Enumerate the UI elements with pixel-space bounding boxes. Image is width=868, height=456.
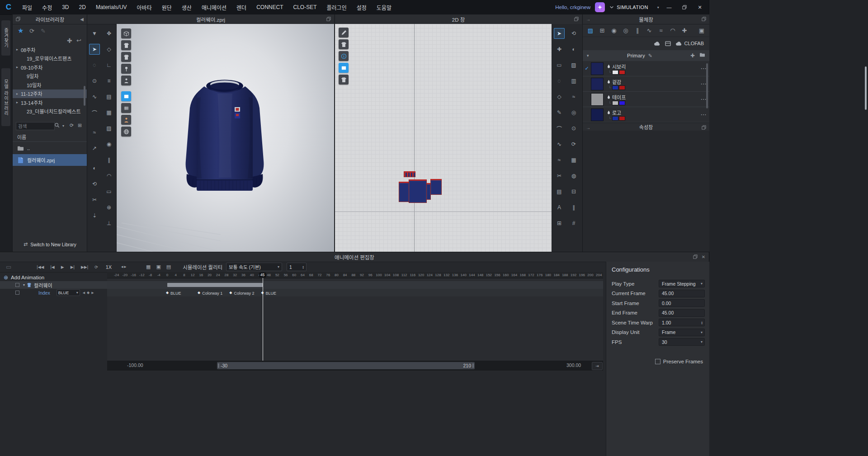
steam-tool-icon[interactable]: ≈ (89, 127, 100, 138)
fabric-list-scrollbar[interactable] (706, 63, 708, 108)
add-library-icon[interactable]: ✚ (67, 37, 72, 44)
flatten-tool-icon[interactable]: ▭ (104, 186, 114, 197)
timeline-scrollbar-thumb[interactable]: -30 210 (217, 362, 475, 369)
go-to-start-button[interactable]: |◀◀ (33, 265, 47, 269)
select-pattern-tool-icon[interactable]: ➤ (554, 28, 565, 39)
shading-tool-icon[interactable]: ◍ (568, 170, 579, 181)
world-view-icon[interactable] (121, 127, 131, 136)
texture-2d-tool-icon[interactable]: ▨ (568, 60, 579, 71)
record-animation-icon[interactable]: ▦ (146, 264, 151, 270)
garment-3d[interactable] (175, 71, 275, 207)
fabric-item[interactable]: 테이프└⋯ (583, 92, 709, 107)
step-back-button[interactable]: |◀ (47, 265, 57, 269)
menu-item-CLO-SET[interactable]: CLO-SET (288, 4, 322, 10)
tab-puckering[interactable]: ≈ (656, 25, 666, 35)
playback-speed-label[interactable]: 1X (106, 264, 112, 270)
go-to-end-button[interactable]: ▶▶| (78, 265, 91, 269)
colorway-chip[interactable] (613, 86, 618, 89)
maximize-button[interactable] (679, 5, 690, 9)
pattern-info-icon[interactable] (339, 51, 349, 61)
internal-shape-tool-icon[interactable]: ▤ (554, 186, 565, 197)
drop-tool-icon[interactable]: ⇣ (89, 210, 100, 221)
fabric-swatch[interactable] (591, 62, 604, 75)
clo-logo[interactable]: C (4, 2, 14, 12)
library-tree-item[interactable]: 23_더블너치드칼라베스트 (13, 107, 87, 116)
fit-timeline-button[interactable]: ⇥ (592, 362, 603, 370)
buttonhole-tool-icon[interactable]: ◎ (568, 107, 579, 118)
shirt-tool-icon[interactable]: ▤ (104, 91, 114, 102)
library-tree-item[interactable]: 19_로우웨이스트팬츠 (13, 54, 87, 63)
menu-item-아바타[interactable]: 아바타 (132, 4, 157, 11)
show-pattern-icon[interactable] (339, 39, 349, 49)
quality-multiplier-stepper[interactable]: 1 ▴▾ (287, 263, 307, 271)
seam-allowance-tool-icon[interactable]: ≈ (568, 91, 579, 102)
pin-display-icon[interactable] (121, 64, 131, 74)
spinner-arrows-icon[interactable]: ▴▾ (701, 321, 703, 324)
grid-tool-icon[interactable]: ⊞ (554, 218, 565, 229)
fabric-swatch[interactable] (591, 108, 604, 121)
side-tab-1[interactable]: 즐겨찾기 (1, 20, 10, 56)
play-button[interactable]: ▶ (58, 265, 67, 269)
spinner-arrows-icon[interactable]: ▴▾ (302, 265, 304, 269)
library-tree-item[interactable]: ▸09-10주차 (13, 63, 87, 72)
circle-tool-icon[interactable]: ◌ (554, 75, 565, 86)
fabric-item[interactable]: 겉감└⋯ (583, 76, 709, 92)
config-input[interactable]: 0.00 (659, 299, 705, 307)
zipper-2d-tool-icon[interactable]: ∥ (568, 202, 579, 213)
config-select[interactable]: 30▾ (659, 338, 705, 346)
menu-item-설정[interactable]: 설정 (352, 4, 372, 11)
garment-fit-icon[interactable]: ◇ (104, 44, 114, 55)
tab-graphic[interactable]: ⊞ (597, 25, 608, 35)
dart-tool-icon[interactable]: ∿ (554, 139, 565, 150)
float-panel-icon[interactable] (701, 125, 707, 130)
fabric-2d-tool-icon[interactable]: ▦ (568, 155, 579, 165)
tab-topstitch[interactable]: ∿ (644, 25, 655, 35)
track-expand-caret[interactable]: ▾ (23, 283, 25, 287)
fold-tool-icon[interactable]: ⟲ (89, 179, 100, 189)
pattern-piece-back[interactable] (409, 179, 427, 203)
library-tree-item[interactable]: ▸08주차 (13, 45, 87, 54)
pattern-piece-sleeve[interactable] (430, 179, 442, 195)
close-panel-icon[interactable]: ✕ (701, 254, 706, 259)
arrow-up-tool-icon[interactable]: ↗ (89, 143, 100, 154)
reload-icon[interactable]: ⟳ (70, 122, 74, 128)
speed-dial-icon[interactable]: ◄► (117, 262, 130, 272)
library-tree-item[interactable]: 10일차 (13, 80, 87, 89)
search-filter-caret-icon[interactable]: ▾ (62, 124, 64, 128)
capture-range-icon[interactable]: ▣ (156, 264, 160, 270)
fabric-swatch[interactable] (591, 78, 604, 90)
timeline-area[interactable]: -24-20-16-12-8-4048121620242832364044485… (107, 272, 603, 361)
avatar-tool-icon[interactable]: ✥ (104, 28, 114, 39)
expand-arrow-icon[interactable]: ▸ (16, 92, 21, 96)
dock-arrow-icon[interactable]: → (585, 16, 591, 22)
config-input[interactable]: 45.00 (659, 290, 705, 297)
menu-item-2D[interactable]: 2D (74, 4, 91, 10)
curve-tool-icon[interactable]: ⌒ (554, 123, 565, 134)
colorway-chip[interactable] (619, 71, 625, 74)
folder-icon[interactable] (699, 52, 705, 57)
collapse-panel-icon[interactable]: ◀ (79, 16, 85, 22)
tab-print[interactable]: ▣ (696, 25, 707, 35)
config-spinner[interactable]: 1.00▴▾ (659, 319, 705, 326)
add-animation-button[interactable]: ⊕ Add Animation (4, 274, 44, 281)
timeline-ruler[interactable]: -24-20-16-12-8-4048121620242832364044485… (107, 272, 603, 278)
tab-trim[interactable]: ✚ (679, 25, 690, 35)
render-style-icon[interactable] (121, 28, 131, 38)
colorway-chip[interactable] (619, 86, 625, 89)
menu-item-수정[interactable]: 수정 (37, 4, 57, 11)
show-garment-2d-icon[interactable] (339, 75, 349, 85)
fabric-item[interactable]: ✓시보리└⋯ (583, 61, 709, 76)
library-tree-item[interactable]: ▸11-12주차 (13, 89, 87, 99)
library-sync-icon[interactable] (665, 41, 671, 46)
show-avatar-icon[interactable] (121, 75, 131, 85)
menu-item-생산[interactable]: 생산 (177, 4, 197, 11)
tab-piping[interactable]: ◠ (667, 25, 678, 35)
bake-animation-icon[interactable]: ▤ (166, 264, 171, 270)
animation-range-bar[interactable] (167, 283, 263, 287)
hanger-tool-icon[interactable]: ⊥ (104, 218, 114, 229)
config-select[interactable]: Frame Stepping▾ (659, 280, 705, 287)
surface-view-icon[interactable] (121, 103, 131, 113)
pen-tool-icon[interactable]: ✎ (554, 107, 565, 118)
refresh-icon[interactable]: ⟳ (29, 28, 34, 34)
dock-arrow-icon[interactable]: → (585, 125, 591, 130)
